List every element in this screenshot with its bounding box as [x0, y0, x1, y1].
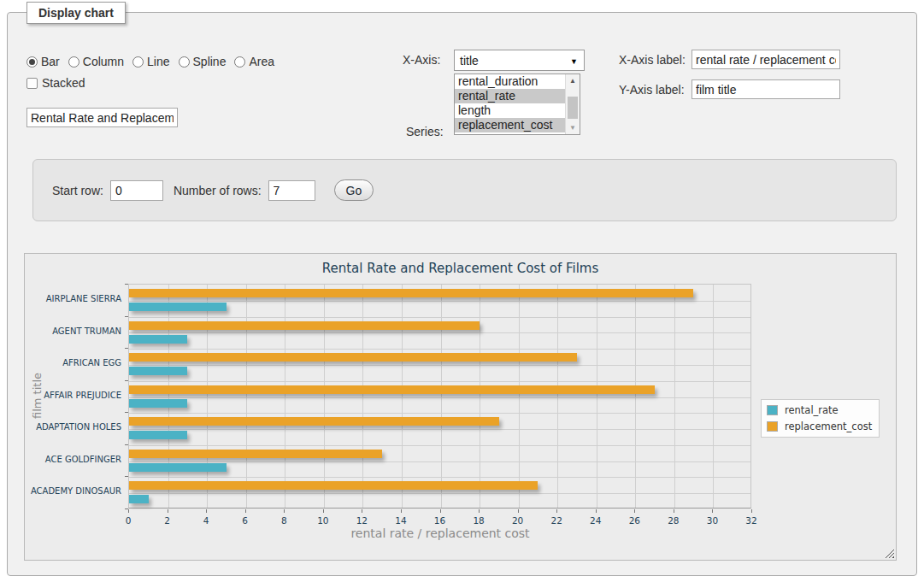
gridline-horizontal	[129, 397, 750, 398]
x-axis-tick	[401, 509, 402, 513]
go-button[interactable]: Go	[334, 179, 374, 201]
x-axis-tick	[245, 509, 246, 513]
x-axis-tick	[284, 509, 285, 513]
bar-rental-rate	[129, 431, 187, 439]
gridline-vertical	[519, 285, 520, 508]
x-axis-tick	[168, 509, 168, 513]
x-axis-tick	[674, 509, 674, 513]
x-axis-select-value: title	[460, 54, 479, 68]
chart-type-radio-group: Bar Column Line Spline Area	[26, 55, 274, 68]
radio-spline-label[interactable]: Spline	[193, 55, 227, 68]
series-listbox[interactable]: rental_duration rental_rate length repla…	[454, 73, 580, 135]
radio-bar[interactable]: Bar	[26, 55, 60, 68]
bar-replacement-cost	[129, 417, 499, 426]
series-option-length[interactable]: length	[455, 103, 565, 118]
y-axis-tick	[125, 284, 128, 285]
gridline-horizontal	[129, 317, 750, 318]
radio-column-label[interactable]: Column	[83, 55, 124, 68]
x-tick-label: 0	[115, 515, 141, 526]
radio-spline-circle[interactable]	[179, 56, 190, 68]
x-axis-label-input[interactable]	[692, 50, 840, 69]
radio-area[interactable]: Area	[234, 55, 274, 68]
scroll-down-icon[interactable]: ▼	[566, 121, 580, 134]
bar-replacement-cost	[129, 321, 480, 330]
radio-area-label[interactable]: Area	[249, 55, 274, 68]
x-axis-tick	[596, 509, 597, 513]
gridline-vertical	[402, 285, 403, 508]
legend-item: replacement_cost	[767, 420, 872, 432]
display-chart-fieldset: Display chart Bar Column Line Spline Are…	[7, 12, 917, 576]
x-tick-label: 12	[349, 515, 374, 526]
radio-bar-circle[interactable]	[26, 56, 38, 68]
x-axis-select-label: X-Axis:	[403, 53, 440, 67]
x-axis-tick	[440, 509, 441, 513]
legend-label: rental_rate	[785, 404, 839, 416]
gridline-horizontal	[129, 445, 750, 446]
stacked-checkbox[interactable]	[26, 78, 38, 89]
num-rows-label: Number of rows:	[174, 184, 262, 197]
bar-replacement-cost	[129, 353, 577, 362]
gridline-horizontal	[129, 429, 750, 430]
radio-area-circle[interactable]	[234, 56, 245, 68]
gridline-vertical	[285, 285, 285, 508]
y-axis-label-input[interactable]	[692, 79, 840, 99]
num-rows-input[interactable]	[268, 180, 315, 201]
start-row-input[interactable]	[110, 180, 163, 201]
gridline-vertical	[207, 285, 208, 508]
gridline-vertical	[713, 285, 714, 508]
scroll-up-icon[interactable]: ▲	[566, 74, 580, 87]
y-axis-tick	[125, 476, 128, 477]
resize-handle-icon[interactable]	[885, 549, 894, 558]
radio-line-circle[interactable]	[132, 56, 144, 68]
x-tick-label: 2	[155, 515, 180, 526]
chart-plot-area	[128, 284, 751, 509]
gridline-vertical	[557, 285, 558, 508]
gridline-horizontal	[129, 493, 750, 494]
gridline-vertical	[635, 285, 636, 508]
y-axis-tick	[125, 348, 128, 349]
series-option-rental-duration[interactable]: rental_duration	[455, 74, 565, 89]
gridline-vertical	[168, 285, 169, 508]
radio-line[interactable]: Line	[132, 55, 169, 68]
x-tick-label: 18	[466, 515, 491, 526]
x-tick-label: 22	[544, 515, 569, 526]
bar-rental-rate	[129, 399, 187, 408]
page: Display chart Bar Column Line Spline Are…	[0, 0, 924, 582]
chart-legend: rental_ratereplacement_cost	[761, 399, 880, 438]
series-option-replacement-cost[interactable]: replacement_cost	[455, 118, 565, 132]
category-label: AGENT TRUMAN	[27, 326, 121, 336]
x-tick-label: 26	[621, 515, 647, 526]
radio-column-circle[interactable]	[68, 56, 79, 68]
x-axis-label-field-label: X-Axis label:	[619, 53, 686, 67]
y-axis-tick	[125, 316, 128, 317]
bar-rental-rate	[129, 335, 187, 344]
radio-line-label[interactable]: Line	[147, 55, 169, 68]
x-axis-select[interactable]: title ▼	[454, 50, 585, 71]
x-axis-tick	[556, 509, 557, 513]
scrollbar-thumb[interactable]	[568, 97, 578, 119]
row-controls-bar: Start row: Number of rows: Go	[32, 159, 897, 221]
chart-title: Rental Rate and Replacement Cost of Film…	[25, 261, 896, 276]
bar-rental-rate	[129, 495, 149, 503]
gridline-horizontal	[129, 301, 750, 302]
series-scrollbar[interactable]: ▲ ▼	[565, 74, 580, 134]
x-tick-label: 14	[388, 515, 414, 526]
series-option-rental-rate[interactable]: rental_rate	[455, 89, 565, 103]
dropdown-arrow-icon[interactable]: ▼	[570, 57, 578, 66]
x-axis-tick	[634, 509, 635, 513]
radio-bar-label[interactable]: Bar	[41, 55, 60, 68]
chart-title-input[interactable]	[26, 108, 178, 127]
legend-swatch	[767, 405, 778, 415]
chart-container: Rental Rate and Replacement Cost of Film…	[24, 253, 897, 561]
x-tick-label: 28	[661, 515, 686, 526]
gridline-vertical	[324, 285, 325, 508]
start-row-label: Start row:	[52, 184, 103, 197]
stacked-label[interactable]: Stacked	[42, 76, 85, 90]
bar-replacement-cost	[129, 450, 382, 458]
radio-spline[interactable]: Spline	[179, 55, 227, 68]
radio-column[interactable]: Column	[68, 55, 124, 68]
x-axis-tick	[128, 509, 129, 513]
series-options: rental_duration rental_rate length repla…	[455, 74, 565, 132]
stacked-checkbox-row[interactable]: Stacked	[26, 76, 85, 90]
gridline-horizontal	[129, 332, 750, 333]
